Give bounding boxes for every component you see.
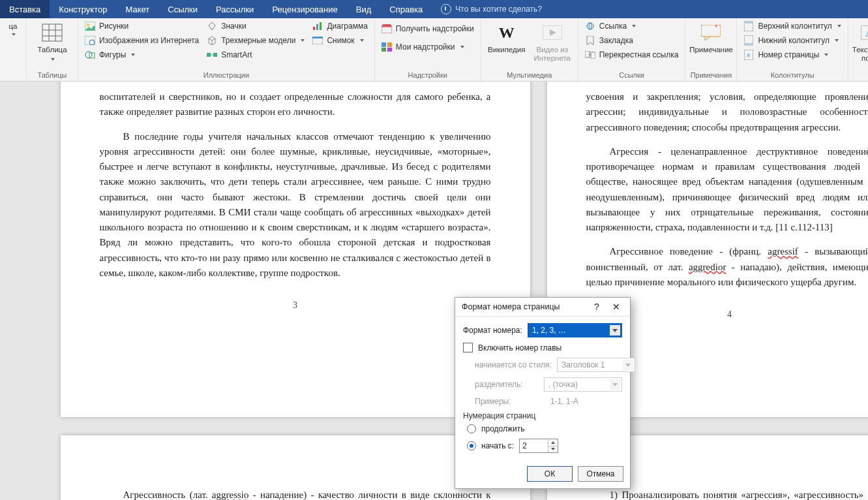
my-addins-button[interactable]: Мои надстройки (379, 40, 477, 54)
tab-help[interactable]: Справка (380, 0, 432, 18)
tab-mailings[interactable]: Рассылки (207, 0, 263, 18)
bookmark-icon (585, 35, 595, 46)
bookmark-button[interactable]: Закладка (582, 34, 681, 47)
wikipedia-button[interactable]: W Википедия (485, 20, 528, 57)
shapes-icon (85, 50, 95, 60)
addins-icon (382, 42, 392, 52)
tell-me-placeholder: Что вы хотите сделать? (455, 5, 542, 14)
tab-designer[interactable]: Конструктор (50, 0, 116, 18)
group-illustrations: Рисунки Изображения из Интернета Фигуры … (78, 18, 375, 81)
pictures-button[interactable]: Рисунки (82, 20, 202, 33)
continue-radio[interactable] (467, 424, 476, 433)
format-select[interactable]: 1, 2, 3, … (528, 323, 622, 337)
group-illustrations-label: Иллюстрации (82, 70, 370, 81)
smartart-button[interactable]: SmartArt (204, 48, 307, 61)
svg-point-8 (89, 40, 95, 45)
online-pictures-button[interactable]: Изображения из Интернета (82, 34, 202, 47)
tab-layout[interactable]: Макет (116, 0, 158, 18)
textbox-button[interactable]: A Текстовое поле (852, 20, 868, 65)
svg-text:A: A (865, 27, 868, 39)
group-tables-label: Таблицы (31, 70, 74, 81)
pages-button[interactable]: ца (4, 20, 22, 39)
svg-rect-28 (591, 52, 595, 59)
separator-value: . (точка) (548, 380, 578, 389)
svg-rect-0 (42, 24, 62, 41)
cancel-button[interactable]: Отмена (578, 466, 623, 482)
body-text: усвоения и закрепления; условия, определ… (547, 89, 869, 135)
svg-point-25 (587, 23, 593, 29)
svg-text:*: * (715, 25, 718, 32)
icons-icon (207, 21, 217, 31)
screenshot-button[interactable]: Снимок (310, 34, 370, 47)
examples-label: Примеры: (475, 397, 511, 406)
group-links: Ссылка Закладка Перекрестная ссылка Ссыл… (578, 18, 686, 81)
starts-with-style-label: начинается со стиля: (475, 360, 552, 369)
continue-label: продолжить (481, 424, 524, 433)
comment-button[interactable]: * Примечание (689, 20, 732, 57)
body-text: Агрессивность (лат. aggressio - нападени… (61, 488, 530, 500)
link-icon (585, 21, 595, 31)
ok-button[interactable]: ОК (527, 466, 573, 482)
style-select: Заголовок 1 (557, 358, 635, 372)
ribbon-tabs: Вставка Конструктор Макет Ссылки Рассылк… (0, 0, 868, 18)
group-media: W Википедия Видео из Интернета Мультимед… (481, 18, 578, 81)
tab-references[interactable]: Ссылки (158, 0, 207, 18)
header-icon (743, 21, 754, 31)
group-addins-label: Надстройки (379, 70, 477, 81)
start-at-input[interactable]: 2 (519, 439, 558, 453)
chevron-down-icon (610, 379, 620, 390)
group-headerfooter: Верхний колонтитул Нижний колонтитул #Но… (737, 18, 848, 81)
pagenum-button[interactable]: #Номер страницы (741, 48, 843, 61)
close-icon: ✕ (612, 302, 620, 312)
svg-rect-19 (382, 27, 392, 33)
tab-insert[interactable]: Вставка (0, 0, 50, 18)
chart-button[interactable]: Диаграмма (310, 20, 370, 33)
help-button[interactable]: ? (587, 299, 606, 315)
include-chapter-checkbox[interactable] (463, 343, 473, 352)
body-text: 1) Проанализировать понятия «агрессия», … (547, 488, 869, 500)
group-links-label: Ссылки (582, 70, 681, 81)
lightbulb-icon (441, 4, 451, 14)
crossref-icon (585, 50, 595, 60)
svg-rect-11 (207, 53, 211, 57)
footer-button[interactable]: Нижний колонтитул (741, 34, 843, 47)
store-icon (382, 23, 392, 34)
svg-text:#: # (747, 52, 750, 59)
document-area[interactable]: воспитателей и сверстников, но и создает… (0, 82, 868, 500)
textbox-icon: A (860, 22, 868, 43)
crossref-button[interactable]: Перекрестная ссылка (582, 48, 681, 61)
body-text: Агрессивное поведение - (франц. agressif… (547, 244, 869, 290)
start-at-radio[interactable] (467, 441, 476, 450)
get-addins-button[interactable]: Получить надстройки (379, 22, 477, 35)
svg-rect-20 (382, 42, 386, 47)
ribbon: ца Таблица Таблицы Рисунки Изображения и… (0, 18, 868, 82)
include-chapter-label: Включить номер главы (478, 343, 561, 352)
svg-rect-15 (316, 24, 318, 30)
svg-rect-16 (320, 22, 322, 30)
chart-icon (312, 21, 323, 31)
3d-models-button[interactable]: Трехмерные модели (204, 34, 307, 47)
group-addins: Получить надстройки Мои надстройки Надст… (375, 18, 481, 81)
tab-review[interactable]: Рецензирование (263, 0, 346, 18)
cube-icon (207, 35, 217, 46)
format-label: Формат номера: (463, 326, 522, 335)
group-text: A Текстовое поле (848, 18, 868, 81)
dialog-title: Формат номера страницы (462, 302, 560, 311)
spin-down-button[interactable] (548, 446, 558, 452)
spin-up-button[interactable] (548, 440, 558, 446)
close-button[interactable]: ✕ (606, 299, 626, 315)
chevron-down-icon (551, 448, 555, 450)
group-headerfooter-label: Колонтитулы (741, 70, 843, 81)
icons-button[interactable]: Значки (204, 20, 307, 33)
tell-me-search[interactable]: Что вы хотите сделать? (432, 0, 551, 18)
svg-rect-22 (382, 48, 386, 52)
table-button[interactable]: Таблица (31, 20, 74, 65)
page-number-format-dialog: Формат номера страницы ? ✕ Формат номера… (455, 297, 631, 489)
svg-rect-27 (585, 51, 590, 57)
tab-view[interactable]: Вид (347, 0, 381, 18)
numbering-heading: Нумерация страниц (463, 411, 622, 420)
link-button[interactable]: Ссылка (582, 20, 681, 33)
header-button[interactable]: Верхний колонтитул (741, 20, 843, 33)
body-text: воспитателей и сверстников, но и создает… (61, 89, 530, 120)
shapes-button[interactable]: Фигуры (82, 48, 202, 61)
